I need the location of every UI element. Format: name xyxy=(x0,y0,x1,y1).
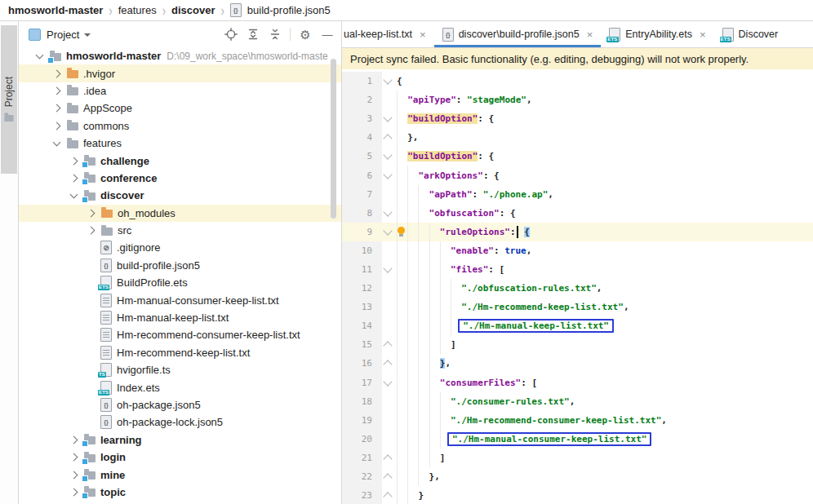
tree-scrollbar-thumb[interactable] xyxy=(331,59,336,219)
tree-row[interactable]: Hm-recommend-consumer-keep-list.txt xyxy=(19,326,341,343)
code-line[interactable]: 3"buildOption": { xyxy=(342,109,813,128)
tree-row[interactable]: src xyxy=(19,222,341,239)
fold-open-icon[interactable] xyxy=(383,207,392,216)
chevron-collapsed-icon[interactable] xyxy=(70,157,78,165)
chevron-expanded-icon[interactable] xyxy=(53,138,61,146)
chevron-expanded-icon[interactable] xyxy=(70,190,78,198)
breadcrumb-item[interactable]: hmosworld-master xyxy=(8,4,103,16)
fold-close-icon[interactable] xyxy=(383,135,392,144)
expand-all-icon[interactable] xyxy=(246,27,260,42)
fold-open-icon[interactable] xyxy=(383,170,392,179)
code-line[interactable]: 14"./Hm-manual-keep-list.txt" xyxy=(342,316,813,335)
fold-open-icon[interactable] xyxy=(383,151,392,160)
code-line[interactable]: 19"./Hm-recommend-consumer-keep-list.txt… xyxy=(342,411,813,430)
tree-row[interactable]: login xyxy=(19,449,341,466)
chevron-collapsed-icon[interactable] xyxy=(70,489,78,497)
hide-panel-icon[interactable]: — xyxy=(320,27,335,42)
tree-row[interactable]: topic xyxy=(19,484,341,501)
code-line[interactable]: 13"./Hm-recommend-keep-list.txt", xyxy=(342,298,813,316)
chevron-collapsed-icon[interactable] xyxy=(70,471,78,479)
close-tab-icon[interactable]: × xyxy=(700,29,706,41)
chevron-collapsed-icon[interactable] xyxy=(53,69,61,77)
code-line[interactable]: 15] xyxy=(342,335,813,354)
code-line[interactable]: 5"buildOption": { xyxy=(342,147,813,166)
tree-row[interactable]: challenge xyxy=(19,152,341,169)
code-line[interactable]: 21] xyxy=(342,449,813,467)
tree-row[interactable]: mine xyxy=(19,466,341,483)
code-line[interactable]: 12"./obfuscation-rules.txt", xyxy=(342,279,813,298)
tree-row[interactable]: ETSBuildProfile.ets xyxy=(19,274,341,291)
code-line[interactable]: 2"apiType": "stageMode", xyxy=(342,91,813,109)
editor-tab[interactable]: {}discover\build-profile.json5× xyxy=(434,21,602,47)
code-line[interactable]: 1{ xyxy=(342,72,813,91)
editor-tab[interactable]: ETSDiscover xyxy=(714,21,787,47)
tree-row[interactable]: AppScope xyxy=(19,99,341,117)
tree-row[interactable]: Hm-manual-keep-list.txt xyxy=(19,309,341,326)
tree-row[interactable]: Hm-manual-consumer-keep-list.txt xyxy=(19,291,341,308)
tree-row[interactable]: Hm-recommend-keep-list.txt xyxy=(19,344,341,361)
chevron-collapsed-icon[interactable] xyxy=(87,227,96,235)
tree-row[interactable]: .idea xyxy=(19,82,341,99)
code-line[interactable]: 23} xyxy=(342,486,813,504)
project-tool-button[interactable]: Project xyxy=(1,25,17,174)
fold-open-icon[interactable] xyxy=(383,377,392,386)
code-line[interactable]: 17"consumerFiles": [ xyxy=(342,374,813,392)
tree-row[interactable]: TShvigorfile.ts xyxy=(19,361,341,378)
fold-close-icon[interactable] xyxy=(383,492,392,501)
code-line[interactable]: 8"obfuscation": { xyxy=(342,204,813,223)
fold-open-icon[interactable] xyxy=(383,263,392,272)
fold-close-icon[interactable] xyxy=(383,342,392,351)
tree-row[interactable]: conference xyxy=(19,170,341,187)
breadcrumb-item[interactable]: features xyxy=(118,4,157,16)
code-line[interactable]: 6"arkOptions": { xyxy=(342,166,813,184)
fold-open-icon[interactable] xyxy=(383,113,392,122)
chevron-collapsed-icon[interactable] xyxy=(70,453,78,462)
settings-gear-icon[interactable]: ⚙ xyxy=(298,27,313,42)
fold-close-icon[interactable] xyxy=(383,473,392,482)
editor-tab[interactable]: ETSEntryAbility.ets× xyxy=(601,21,713,47)
chevron-collapsed-icon[interactable] xyxy=(70,174,78,182)
fold-open-icon[interactable] xyxy=(383,75,392,84)
tree-row[interactable]: {}build-profile.json5 xyxy=(19,257,341,274)
fold-close-icon[interactable] xyxy=(383,454,392,463)
code-line[interactable]: 9"ruleOptions": { xyxy=(342,223,813,241)
chevron-collapsed-icon[interactable] xyxy=(70,435,78,444)
tree-row[interactable]: ETSIndex.ets xyxy=(19,378,341,396)
collapse-all-icon[interactable] xyxy=(268,27,282,42)
close-tab-icon[interactable]: × xyxy=(420,29,426,41)
breadcrumb-item[interactable]: build-profile.json5 xyxy=(247,4,331,16)
tree-row[interactable]: discover xyxy=(19,187,341,204)
code-line[interactable]: 11"files": [ xyxy=(342,260,813,279)
intention-bulb-icon[interactable] xyxy=(398,227,405,234)
tree-row[interactable]: {}oh-package-lock.json5 xyxy=(19,413,341,431)
code-line[interactable]: 4}, xyxy=(342,128,813,147)
code-line[interactable]: 22}, xyxy=(342,467,813,486)
chevron-collapsed-icon[interactable] xyxy=(53,87,61,95)
locate-icon[interactable] xyxy=(224,27,238,42)
code-line[interactable]: 10"enable": true, xyxy=(342,241,813,260)
chevron-expanded-icon[interactable] xyxy=(36,51,44,59)
chevron-collapsed-icon[interactable] xyxy=(53,122,61,130)
fold-close-icon[interactable] xyxy=(383,360,392,369)
tree-row[interactable]: ⊘.gitignore xyxy=(19,239,341,256)
tree-row[interactable]: .hvigor xyxy=(19,64,341,82)
code-line[interactable]: 16}, xyxy=(342,354,813,373)
code-line[interactable]: 18"./consumer-rules.txt", xyxy=(342,392,813,411)
tree-row[interactable]: commons xyxy=(19,117,341,135)
code-line[interactable]: 20"./Hm-manual-consumer-keep-list.txt" xyxy=(342,430,813,449)
tree-row[interactable]: hmosworld-masterD:\09_work_space\hmoswor… xyxy=(19,47,341,64)
tree-row[interactable]: learning xyxy=(19,431,341,449)
chevron-collapsed-icon[interactable] xyxy=(87,209,96,217)
editor-tab[interactable]: ual-keep-list.txt× xyxy=(342,21,434,47)
tree-row[interactable]: features xyxy=(19,135,341,152)
chevron-collapsed-icon[interactable] xyxy=(53,104,61,113)
tree-row[interactable]: oh_modules xyxy=(19,205,341,222)
project-panel-title[interactable]: Project xyxy=(47,29,79,41)
fold-open-icon[interactable] xyxy=(383,226,392,235)
chevron-down-icon[interactable] xyxy=(84,33,91,37)
breadcrumb-item[interactable]: discover xyxy=(171,4,215,16)
code-line[interactable]: 7"apPath": "./phone.ap", xyxy=(342,185,813,204)
close-tab-icon[interactable]: × xyxy=(587,29,593,41)
code-editor[interactable]: 1{2"apiType": "stageMode",3"buildOption"… xyxy=(342,69,813,504)
tree-row[interactable]: {}oh-package.json5 xyxy=(19,396,341,413)
